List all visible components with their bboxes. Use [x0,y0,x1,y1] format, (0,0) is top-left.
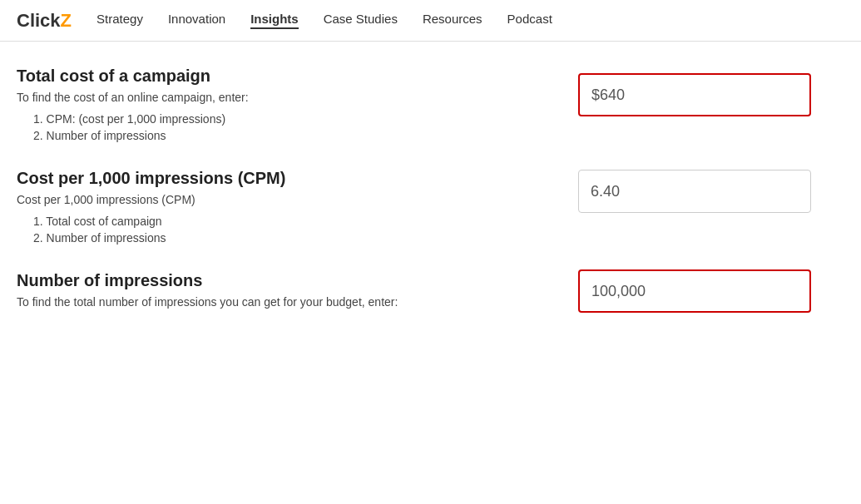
nav-item-case-studies[interactable]: Case Studies [324,12,398,29]
list-item: 2. Number of impressions [33,129,578,142]
section-total-cost-list: 1. CPM: (cost per 1,000 impressions) 2. … [17,112,578,142]
section-cpm-title: Cost per 1,000 impressions (CPM) [17,169,578,188]
section-total-cost-title: Total cost of a campaign [17,67,578,86]
section-cpm-desc: Cost per 1,000 impressions (CPM) [17,193,578,206]
section-cpm-list: 1. Total cost of campaign 2. Number of i… [17,215,578,245]
main-nav: Strategy Innovation Insights Case Studie… [96,12,552,29]
nav-item-strategy[interactable]: Strategy [96,12,143,29]
logo[interactable]: ClickZ [17,10,72,32]
input-block-impressions [578,266,844,313]
input-block-cpm [578,166,844,213]
cpm-input[interactable] [578,170,811,213]
logo-highlight: Z [61,10,72,31]
header: ClickZ Strategy Innovation Insights Case… [0,0,861,42]
section-cpm: Cost per 1,000 impressions (CPM) Cost pe… [17,169,578,256]
section-total-cost-desc: To find the cost of an online campaign, … [17,91,578,104]
list-item: 1. Total cost of campaign [33,215,578,228]
list-item: 1. CPM: (cost per 1,000 impressions) [33,112,578,126]
section-impressions-title: Number of impressions [17,271,578,290]
total-cost-input[interactable] [578,73,811,116]
nav-item-podcast[interactable]: Podcast [507,12,552,29]
section-impressions: Number of impressions To find the total … [17,271,578,325]
nav-item-resources[interactable]: Resources [423,12,482,29]
nav-item-insights[interactable]: Insights [250,12,299,29]
main-content: Total cost of a campaign To find the cos… [0,42,861,342]
impressions-input[interactable] [578,269,811,313]
section-impressions-desc: To find the total number of impressions … [17,295,578,309]
input-block-total-cost [578,70,844,116]
inputs-column [578,67,844,325]
page-wrapper: ClickZ Strategy Innovation Insights Case… [0,0,861,342]
list-item: 2. Number of impressions [33,231,578,245]
nav-item-innovation[interactable]: Innovation [168,12,225,29]
section-total-cost: Total cost of a campaign To find the cos… [17,67,578,154]
content-column: Total cost of a campaign To find the cos… [17,67,578,325]
